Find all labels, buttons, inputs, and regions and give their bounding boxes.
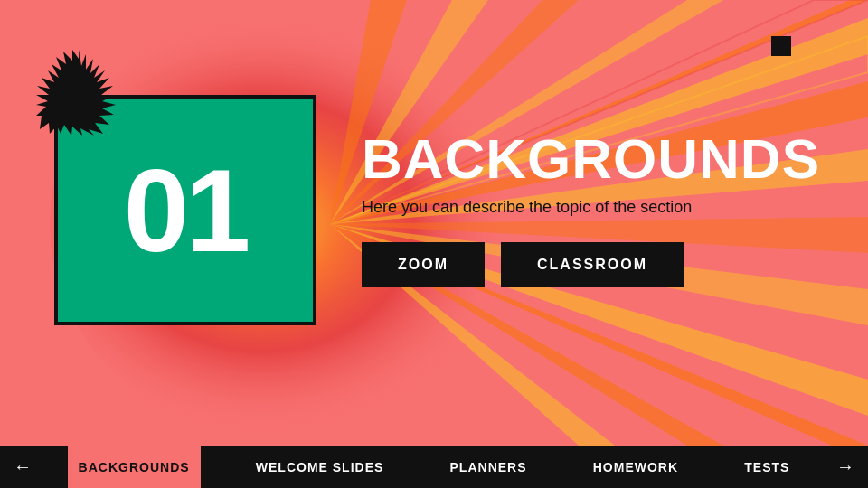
zoom-button[interactable]: ZOOM: [362, 242, 485, 287]
nav-item-planners[interactable]: PLANNERS: [439, 446, 538, 488]
decorative-square: [771, 36, 791, 56]
section-number: 01: [124, 152, 248, 269]
nav-item-backgrounds[interactable]: BACKGROUNDS: [68, 446, 201, 488]
action-buttons: ZOOM CLASSROOM: [362, 242, 820, 287]
classroom-button[interactable]: CLASSROOM: [501, 242, 684, 287]
bottom-navigation: ← BACKGROUNDS WELCOME SLIDES PLANNERS HO…: [0, 446, 868, 488]
next-arrow-button[interactable]: →: [823, 446, 868, 488]
main-area: 01 BACKGROUNDS Here you can describe the…: [0, 0, 868, 446]
right-content: BACKGROUNDS Here you can describe the to…: [362, 131, 820, 287]
spiky-burst-decoration: [36, 50, 122, 136]
nav-item-welcome-slides[interactable]: WELCOME SLIDES: [245, 446, 395, 488]
prev-arrow-button[interactable]: ←: [0, 446, 45, 488]
nav-items-list: BACKGROUNDS WELCOME SLIDES PLANNERS HOME…: [45, 446, 823, 488]
section-title: BACKGROUNDS: [362, 131, 820, 187]
nav-item-tests[interactable]: TESTS: [733, 446, 800, 488]
svg-marker-17: [36, 50, 116, 136]
nav-item-homework[interactable]: HOMEWORK: [582, 446, 689, 488]
section-description: Here you can describe the topic of the s…: [362, 198, 820, 217]
